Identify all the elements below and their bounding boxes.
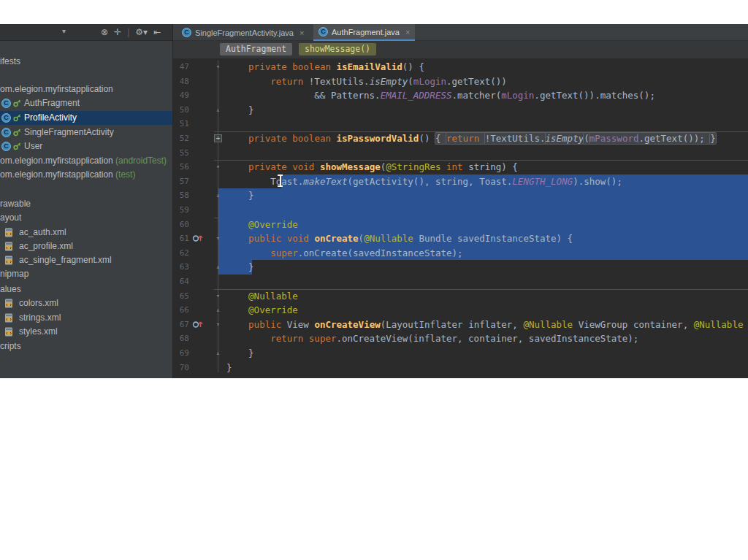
tab-singlefragmentactivity-java[interactable]: CSingleFragmentActivity.java× (177, 24, 309, 41)
tree-item-cripts[interactable]: cripts (0, 340, 173, 353)
breadcrumb-showmessage-[interactable]: showMessage() (299, 43, 376, 55)
tree-item-singlefragmentactivity[interactable]: CSingleFragmentActivity (0, 126, 173, 139)
code-line-57[interactable]: 57Toast.makeText(getActivity(), string, … (173, 174, 748, 189)
code-token: Bundle savedInstanceState) { (413, 233, 573, 244)
tree-item-ac-profile-xml[interactable]: ac_profile.xml (0, 239, 173, 253)
code-token: mLogin (501, 90, 534, 101)
code-token: return super (270, 333, 336, 344)
code-text: private void showMessage(@StringRes int … (173, 160, 748, 174)
breadcrumb-bar: AuthFragmentshowMessage() (173, 41, 748, 58)
tree-item-label: ac_profile.xml (19, 239, 73, 253)
code-text: } (173, 346, 748, 361)
code-line-61[interactable]: 61▿public void onCreate(@Nullable Bundle… (173, 231, 748, 246)
code-token: ( (584, 133, 589, 144)
code-line-62[interactable]: 62super.onCreate(savedInstanceState); (173, 246, 748, 261)
code-token: @Nullable (364, 233, 413, 244)
tree-item-om-elegion-myfirstapplication-[interactable]: om.elegion.myfirstapplication (androidTe… (0, 154, 173, 168)
tab-close-icon[interactable]: × (405, 28, 410, 37)
code-line-64[interactable]: 64 (173, 275, 748, 289)
code-text: @Override (173, 303, 748, 318)
code-token: .getText()); (638, 133, 710, 144)
code-token: public void (248, 233, 314, 244)
tree-item-authfragment[interactable]: CAuthFragment (0, 96, 173, 110)
code-token: return (446, 133, 485, 144)
code-token: && Patterns. (314, 90, 380, 101)
tree-item-label: strings.xml (19, 311, 61, 325)
breadcrumb-authfragment[interactable]: AuthFragment (220, 43, 292, 55)
tree-item-ac-single-fragment-xml[interactable]: ac_single_fragment.xml (0, 253, 173, 267)
tab-close-icon[interactable]: × (299, 28, 304, 37)
code-editor[interactable]: 47▿private boolean isEmailValid() {48ret… (173, 58, 748, 378)
code-line-68[interactable]: 68return super.onCreateView(inflater, co… (173, 331, 748, 346)
code-token: } (710, 133, 716, 144)
line-number: 59 (173, 203, 189, 218)
code-token: private void (248, 161, 320, 172)
tree-item-suffix: (test) (115, 169, 135, 180)
code-token: } (248, 190, 254, 201)
public-key-icon (13, 142, 21, 150)
code-token: makeText (303, 176, 347, 187)
code-line-51[interactable]: 51 (173, 117, 748, 131)
tree-item-label: User (24, 139, 42, 153)
tree-item-user[interactable]: CUser (0, 139, 173, 153)
code-line-59[interactable]: 59 (173, 203, 748, 218)
code-line-65[interactable]: 65▿@Nullable (173, 289, 748, 304)
code-line-55[interactable]: 55 (173, 146, 748, 161)
tree-item-nipmap[interactable]: nipmap (0, 267, 173, 281)
code-token: @Nullable (694, 319, 744, 330)
tree-item-strings-xml[interactable]: strings.xml (0, 311, 173, 325)
tab-label: SingleFragmentActivity.java (195, 28, 294, 37)
code-token: !TextUtils. (485, 133, 546, 144)
xml-file-icon (4, 327, 13, 337)
class-icon: C (1, 142, 11, 151)
code-line-56[interactable]: 56▿private void showMessage(@StringRes i… (173, 160, 748, 174)
code-text: @Nullable (173, 289, 748, 304)
tab-authfragment-java[interactable]: CAuthFragment.java× (313, 24, 415, 41)
tree-item-alues[interactable]: alues (0, 283, 173, 296)
editor-tab-bar: CSingleFragmentActivity.java×CAuthFragme… (173, 24, 748, 41)
code-token: @Nullable (248, 291, 298, 302)
code-line-66[interactable]: 66▵@Override (173, 303, 748, 318)
code-token: mLogin (413, 76, 446, 87)
tree-item-om-elegion-myfirstapplication-[interactable]: om.elegion.myfirstapplication (test) (0, 168, 173, 182)
xml-file-icon (4, 256, 13, 265)
code-text: public void onCreate(@Nullable Bundle sa… (173, 231, 748, 246)
code-token: ( (359, 233, 365, 244)
code-token: mPassword (589, 133, 639, 144)
tab-label: AuthFragment.java (332, 28, 400, 37)
tree-item-label: rawable (0, 197, 31, 211)
tree-item-ac-auth-xml[interactable]: ac_auth.xml (0, 226, 173, 239)
code-line-67[interactable]: 67▿public View onCreateView(LayoutInflat… (173, 318, 748, 332)
tree-item-rawable[interactable]: rawable (0, 197, 173, 211)
tree-item-styles-xml[interactable]: styles.xml (0, 325, 173, 339)
tree-item-colors-xml[interactable]: colors.xml (0, 296, 173, 310)
code-line-52[interactable]: 52+private boolean isPasswordValid() { r… (173, 131, 748, 146)
code-line-47[interactable]: 47▿private boolean isEmailValid() { (173, 60, 748, 74)
screenshot-frame: ▾ ⊗✛|⚙▾⇤ ifestsom.elegion.myfirstapplica… (0, 0, 748, 560)
ide-window: ▾ ⊗✛|⚙▾⇤ ifestsom.elegion.myfirstapplica… (0, 24, 748, 378)
code-line-63[interactable]: 63▵} (173, 260, 748, 275)
tree-item-ayout[interactable]: ayout (0, 211, 173, 225)
code-token: super (270, 248, 298, 258)
code-line-70[interactable]: 70} (173, 361, 748, 375)
tree-item-label: styles.xml (19, 325, 58, 339)
tree-item-ifests[interactable]: ifests (0, 55, 173, 69)
code-token: (LayoutInflater inflater, (381, 319, 524, 330)
code-line-58[interactable]: 58▵} (173, 188, 748, 203)
selection-highlight (218, 203, 748, 218)
code-text: return super.onCreateView(inflater, cont… (173, 331, 748, 346)
code-token: string) { (463, 161, 518, 172)
tree-item-label: om.elegion.myfirstapplication (androidTe… (0, 154, 167, 168)
tree-item-profileactivity[interactable]: CProfileActivity (0, 111, 173, 125)
code-line-49[interactable]: 49&& Patterns.EMAIL_ADDRESS.matcher(mLog… (173, 88, 748, 103)
project-panel: ▾ ⊗✛|⚙▾⇤ ifestsom.elegion.myfirstapplica… (0, 24, 173, 378)
tree-item-om-elegion-myfirstapplication[interactable]: om.elegion.myfirstapplication (0, 83, 173, 96)
tree-item-label: ac_single_fragment.xml (19, 253, 112, 267)
code-line-48[interactable]: 48return !TextUtils.isEmpty(mLogin.getTe… (173, 74, 748, 89)
class-icon: C (1, 113, 11, 123)
code-line-60[interactable]: 60@Override (173, 218, 748, 232)
code-line-69[interactable]: 69▵} (173, 346, 748, 361)
code-token: public (248, 319, 287, 330)
code-token: .onCreate(savedInstanceState); (298, 248, 463, 258)
code-line-50[interactable]: 50▵} (173, 103, 748, 118)
